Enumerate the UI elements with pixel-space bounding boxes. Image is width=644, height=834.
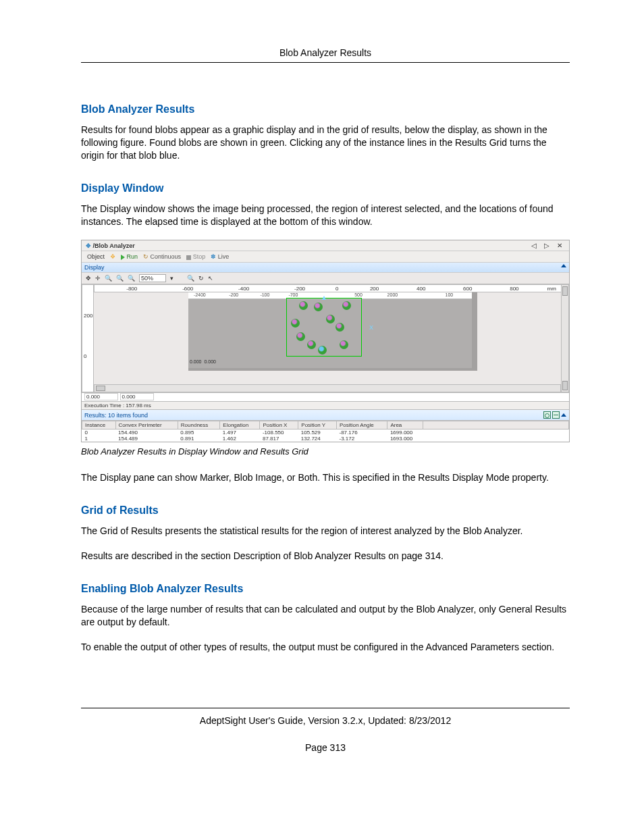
scrollbar-thumb[interactable] — [562, 286, 568, 296]
blob-marker — [299, 301, 308, 310]
ruler-tick: 800 — [510, 286, 518, 292]
blob-marker — [340, 340, 348, 349]
ruler-tick: -800 — [126, 286, 137, 292]
coord-y: 0.000 — [120, 393, 154, 400]
axis-x-label: X — [369, 324, 373, 331]
ruler-tick: -200 — [294, 286, 305, 292]
page-number: Page 313 — [81, 742, 570, 753]
window-icon: ✥ — [86, 242, 91, 249]
col-instance[interactable]: Instance — [82, 421, 116, 429]
stop-button[interactable]: Stop — [186, 253, 205, 260]
figure-caption: Blob Analyzer Results in Display Window … — [81, 446, 570, 457]
col-angle[interactable]: Position Angle — [336, 421, 387, 429]
grid-header-row: Instance Convex Perimeter Roundness Elon… — [82, 421, 569, 429]
scrollbar-horizontal[interactable] — [94, 384, 561, 392]
ruler-tick: 400 — [417, 286, 425, 292]
axis-y-arrow-icon — [322, 296, 326, 300]
object-icon[interactable]: ❖ — [110, 253, 115, 260]
ruler-unit: mm — [547, 286, 556, 292]
object-label: Object — [87, 253, 105, 260]
blob-marker — [307, 340, 316, 349]
col-round[interactable]: Roundness — [178, 421, 220, 429]
zoom-value-input[interactable]: 50% — [139, 274, 166, 282]
blob-marker — [291, 319, 300, 328]
text-s3-p1: The Grid of Results presents the statist… — [81, 525, 570, 538]
stop-icon — [186, 255, 191, 260]
ruler-tick: -600 — [182, 286, 193, 292]
inset-coords: 0.000 0.000 — [190, 359, 216, 364]
object-toolbar: Object ❖ Run ↻ Continuous Stop ✽ Live — [82, 251, 569, 263]
zoom-toolbar: ✥ ✛ 🔍 🔍 🔍 50% ▾ 🔍 ↻ ↖ — [82, 273, 569, 284]
results-grid[interactable]: Instance Convex Perimeter Roundness Elon… — [82, 421, 569, 442]
run-button[interactable]: Run — [121, 253, 138, 260]
text-s1-p1: Results for found blobs appear as a grap… — [81, 124, 570, 162]
display-section-header[interactable]: Display — [82, 263, 569, 273]
tool-config-icon[interactable]: ✥ — [86, 275, 91, 282]
blob-marker — [336, 323, 344, 332]
window-controls[interactable]: ◁ ▷ ✕ — [531, 242, 565, 249]
continuous-button[interactable]: ↻ Continuous — [143, 253, 181, 260]
footer-line: AdeptSight User's Guide, Version 3.2.x, … — [200, 715, 451, 726]
page-footer-divider — [81, 708, 570, 708]
ruler-left-tick: 200 — [84, 312, 92, 318]
ruler-vertical: 200 0 — [82, 284, 94, 392]
zoom-in-icon[interactable]: 🔍 — [105, 275, 112, 282]
ruler-tick: 0 — [336, 286, 338, 292]
ruler-left-tick: 0 — [84, 353, 86, 359]
display-canvas[interactable]: 200 0 -800 -600 -400 -200 0 200 400 600 … — [82, 284, 569, 393]
text-s3-p2: Results are described in the section Des… — [81, 550, 570, 563]
zoom-dropdown-icon[interactable]: ▾ — [170, 275, 173, 282]
text-s4-p1: Because of the large number of results t… — [81, 603, 570, 629]
region-of-interest[interactable]: X — [286, 298, 362, 357]
ruler-horizontal: -800 -600 -400 -200 0 200 400 600 800 mm — [94, 284, 561, 292]
zoom-misc-icon[interactable]: ↻ — [198, 275, 204, 282]
chevron-collapse-icon[interactable] — [561, 264, 566, 267]
blob-marker — [326, 315, 335, 323]
blob-marker — [296, 332, 305, 341]
col-posx[interactable]: Position X — [260, 421, 298, 429]
results-minimize-icon[interactable] — [552, 411, 560, 419]
tool-hand-icon[interactable]: ✛ — [95, 275, 101, 282]
grid-row[interactable]: 0 154.490 0.895 1.497 -108.550 105.529 -… — [82, 429, 569, 436]
screenshot-figure: ✥ /Blob Analyzer ◁ ▷ ✕ Object ❖ Run ↻ Co… — [81, 240, 570, 442]
blob-marker-selected — [318, 346, 327, 355]
window-titlebar: ✥ /Blob Analyzer ◁ ▷ ✕ — [82, 240, 569, 251]
results-count-label: Results: 10 items found — [84, 412, 148, 419]
text-s4-p2: To enable the output of other types of r… — [81, 641, 570, 654]
blob-marker — [314, 303, 323, 311]
coordinate-readout: 0.000 0.000 — [82, 393, 569, 402]
live-button[interactable]: ✽ Live — [211, 253, 229, 260]
pointer-icon[interactable]: ↖ — [208, 275, 213, 282]
window-title: /Blob Analyzer — [93, 242, 135, 249]
play-icon — [121, 255, 125, 260]
results-section-header[interactable]: Results: 10 items found — [82, 410, 569, 421]
heading-blob-results: Blob Analyzer Results — [81, 103, 570, 115]
scrollbar-vertical[interactable] — [561, 284, 569, 392]
zoom-out-icon[interactable]: 🔍 — [116, 275, 124, 282]
display-label: Display — [84, 264, 105, 271]
page-header-title: Blob Analyzer Results — [81, 47, 570, 58]
col-spacer — [423, 421, 568, 429]
zoom-region-icon[interactable]: 🔍 — [187, 275, 194, 282]
ruler-tick: 200 — [370, 286, 379, 292]
text-s2-p2: The Display pane can show Marker, Blob I… — [81, 471, 570, 484]
heading-enabling: Enabling Blob Analyzer Results — [81, 583, 570, 595]
execution-time-label: Execution Time : 157.98 ms — [82, 402, 569, 410]
image-inset: -2400 -200 -100 -700 500 2000 100 X — [188, 292, 477, 371]
col-posy[interactable]: Position Y — [298, 421, 337, 429]
zoom-fit-icon[interactable]: 🔍 — [128, 275, 135, 282]
chevron-collapse-icon[interactable] — [561, 413, 566, 417]
coord-x: 0.000 — [84, 393, 118, 400]
heading-grid-results: Grid of Results — [81, 504, 570, 517]
col-area[interactable]: Area — [387, 421, 423, 429]
ruler-tick: 600 — [463, 286, 472, 292]
results-view-icon[interactable] — [543, 411, 551, 419]
scrollbar-thumb[interactable] — [562, 381, 568, 390]
grid-row[interactable]: 1 154.489 0.891 1.462 87.817 132.724 -3.… — [82, 436, 569, 442]
text-s2-p1: The Display window shows the image being… — [81, 203, 570, 228]
col-convex[interactable]: Convex Perimeter — [115, 421, 178, 429]
heading-display-window: Display Window — [81, 182, 570, 194]
scrollbar-thumb[interactable] — [96, 386, 105, 391]
col-elong[interactable]: Elongation — [220, 421, 260, 429]
blob-marker — [342, 301, 351, 310]
